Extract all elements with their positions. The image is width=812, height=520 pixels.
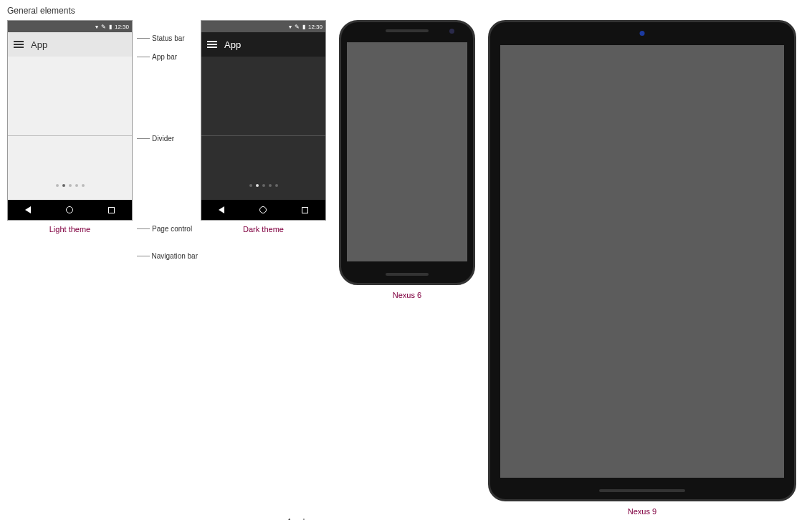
page-control[interactable] — [56, 184, 85, 187]
page-control[interactable] — [249, 184, 278, 187]
leader-appbar: App bar — [137, 51, 198, 62]
device-screen[interactable] — [347, 42, 467, 261]
camera-icon — [449, 29, 454, 34]
app-bar[interactable]: App — [8, 32, 132, 57]
nav-recent-icon[interactable] — [302, 207, 308, 213]
caption-nexus9: Nexus 9 — [628, 507, 656, 516]
signal-icon: ▾ — [95, 24, 98, 30]
phone-body — [201, 57, 325, 200]
phone-light: ▾ ✎ ▮ 12:30 App — [7, 20, 133, 221]
nexus6-device — [339, 20, 475, 285]
leader-page: Page control — [137, 223, 198, 234]
caption-dark: Dark theme — [243, 225, 284, 233]
caption-nexus6: Nexus 6 — [393, 291, 421, 299]
speaker-icon — [386, 29, 429, 32]
divider — [8, 135, 132, 136]
status-time: 12:30 — [308, 24, 323, 30]
phone-body — [8, 57, 132, 200]
app-title: App — [224, 39, 241, 50]
status-bar: ▾ ✎ ▮ 12:30 — [8, 21, 132, 32]
navigation-bar[interactable] — [8, 200, 132, 220]
section-appbars: App bars — [287, 517, 480, 520]
nexus9-device — [488, 20, 796, 501]
navigation-bar[interactable] — [201, 200, 325, 220]
status-time: 12:30 — [115, 24, 129, 30]
wifi-icon: ✎ — [101, 24, 106, 30]
nav-home-icon[interactable] — [66, 206, 73, 213]
nav-home-icon[interactable] — [259, 206, 267, 213]
speaker-icon — [386, 273, 429, 276]
battery-icon: ▮ — [302, 24, 305, 30]
nav-back-icon[interactable] — [25, 206, 31, 213]
wifi-icon: ✎ — [295, 24, 300, 30]
app-bar[interactable]: App — [201, 32, 325, 57]
leader-nav: Navigation bar — [137, 250, 198, 261]
caption-light: Light theme — [49, 225, 90, 233]
divider — [201, 135, 325, 136]
leader-divider: Divider — [137, 133, 198, 144]
hamburger-icon[interactable] — [14, 41, 24, 48]
battery-icon: ▮ — [109, 24, 112, 30]
section-general: General elements — [7, 6, 805, 16]
phone-dark: ▾ ✎ ▮ 12:30 App — [201, 20, 326, 221]
nav-recent-icon[interactable] — [108, 207, 115, 213]
app-title: App — [31, 39, 47, 50]
device-screen[interactable] — [500, 45, 784, 478]
speaker-icon — [599, 489, 685, 492]
camera-icon — [640, 31, 645, 36]
status-bar: ▾ ✎ ▮ 12:30 — [201, 21, 325, 32]
leader-status: Status bar — [137, 32, 198, 44]
nav-back-icon[interactable] — [219, 206, 224, 213]
hamburger-icon[interactable] — [207, 41, 217, 48]
signal-icon: ▾ — [289, 24, 292, 30]
leader-labels: Status bar App bar Divider Page control … — [133, 20, 201, 261]
